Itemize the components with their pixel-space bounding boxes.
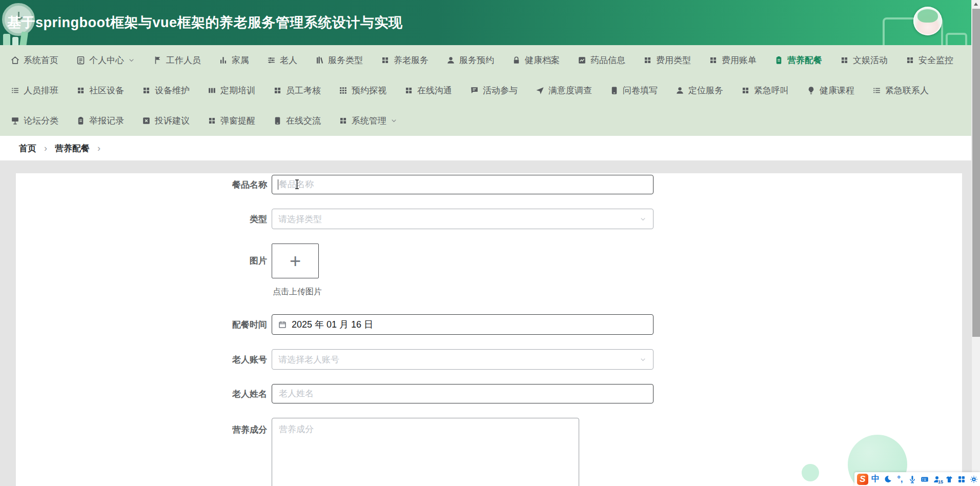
nav-item-定位服务[interactable]: 定位服务 xyxy=(675,85,723,96)
elder-name-control xyxy=(272,384,654,403)
nav-item-定期培训[interactable]: 定期培训 xyxy=(207,85,255,96)
image-upload-box[interactable]: + xyxy=(272,244,319,278)
list-icon xyxy=(872,86,882,95)
nav-item-家属[interactable]: 家属 xyxy=(218,54,249,66)
moon-icon[interactable] xyxy=(883,474,893,485)
breadcrumb-item: 营养配餐 xyxy=(55,143,90,154)
grid-icon xyxy=(141,86,151,95)
nav-item-label: 健康档案 xyxy=(525,54,560,66)
user-count-icon[interactable]: 15 xyxy=(932,474,942,485)
apps-icon[interactable] xyxy=(956,474,967,485)
nav-item-label: 员工考核 xyxy=(286,85,321,96)
nutrition-textarea[interactable] xyxy=(272,418,579,486)
keyboard-icon[interactable] xyxy=(920,474,930,485)
settings-icon[interactable] xyxy=(969,474,979,485)
nav-item-满意度调查[interactable]: 满意度调查 xyxy=(535,85,592,96)
scrollbar-thumb[interactable] xyxy=(972,9,980,337)
user-icon xyxy=(675,86,685,95)
nav-item-label: 养老服务 xyxy=(394,54,428,66)
nav-item-label: 满意度调查 xyxy=(548,85,592,96)
nav-item-label: 举报记录 xyxy=(89,115,124,127)
mic-icon[interactable] xyxy=(907,474,917,485)
nutrition-label: 营养成分 xyxy=(16,418,272,436)
nav-item-个人中心[interactable]: 个人中心 xyxy=(76,54,135,66)
nav-item-论坛分类[interactable]: 论坛分类 xyxy=(10,115,58,127)
books-icon xyxy=(315,55,324,65)
elder-account-select[interactable]: 请选择老人账号 xyxy=(272,349,654,370)
scrollbar-up-button[interactable] xyxy=(972,0,980,8)
nav-item-设备维护[interactable]: 设备维护 xyxy=(141,85,190,96)
nav-item-营养配餐[interactable]: 营养配餐 xyxy=(774,54,822,66)
nav-item-投诉建议[interactable]: 投诉建议 xyxy=(141,115,190,127)
nav-item-员工考核[interactable]: 员工考核 xyxy=(273,85,321,96)
apps-icon xyxy=(957,475,966,484)
nav-item-工作人员[interactable]: 工作人员 xyxy=(153,54,201,66)
breadcrumb-separator: › xyxy=(44,143,47,154)
fuzzy-tone-icon[interactable]: °, xyxy=(895,474,905,485)
form-row-meal-type: 类型请选择类型 xyxy=(16,209,962,229)
breadcrumb-item[interactable]: 首页 xyxy=(19,143,36,154)
meal-time-date-input[interactable]: 2025 年 01 月 16 日 xyxy=(272,314,654,335)
lang-indicator[interactable]: 中 xyxy=(870,474,881,485)
nav-item-服务类型[interactable]: 服务类型 xyxy=(315,54,363,66)
skin-icon[interactable] xyxy=(944,474,954,485)
books-illustration xyxy=(3,32,27,45)
elder-name-input[interactable] xyxy=(272,384,654,403)
nav-item-label: 系统管理 xyxy=(352,115,386,127)
chevron-down-icon xyxy=(390,117,398,125)
home-icon xyxy=(10,55,20,65)
nav-item-label: 营养配餐 xyxy=(787,54,822,66)
breadcrumb-separator: › xyxy=(97,143,100,154)
nav-item-系统管理[interactable]: 系统管理 xyxy=(338,115,398,127)
page-scrollbar[interactable] xyxy=(971,0,980,486)
nav-item-紧急呼叫[interactable]: 紧急呼叫 xyxy=(741,85,789,96)
user-avatar[interactable] xyxy=(913,7,942,35)
tablet-icon xyxy=(273,116,282,126)
nav-item-健康档案[interactable]: 健康档案 xyxy=(512,54,560,66)
nav-item-紧急联系人[interactable]: 紧急联系人 xyxy=(872,85,929,96)
nav-item-药品信息[interactable]: 药品信息 xyxy=(577,54,625,66)
nav-item-老人[interactable]: 老人 xyxy=(267,54,297,66)
nav-item-人员排班[interactable]: 人员排班 xyxy=(10,85,58,96)
grid-icon xyxy=(404,86,414,95)
nav-item-弹窗提醒[interactable]: 弹窗提醒 xyxy=(207,115,255,127)
nav-item-label: 投诉建议 xyxy=(155,115,190,127)
calendar-icon xyxy=(278,320,287,329)
meal-type-select[interactable]: 请选择类型 xyxy=(272,209,654,229)
app-window: 基于springboot框架与vue框架的养老服务管理系统设计与实现 系统首页个… xyxy=(0,0,971,486)
sliders-icon xyxy=(267,55,276,65)
nav-item-label: 定期培训 xyxy=(220,85,255,96)
meal-name-input[interactable] xyxy=(272,175,654,194)
nav-item-在线沟通[interactable]: 在线沟通 xyxy=(404,85,452,96)
meal-image-label: 图片 xyxy=(16,244,272,267)
nav-item-费用类型[interactable]: 费用类型 xyxy=(643,54,691,66)
grid-icon xyxy=(338,116,348,126)
sogou-logo[interactable]: S xyxy=(857,474,868,485)
meal-time-control: 2025 年 01 月 16 日 xyxy=(272,314,654,335)
moon-icon xyxy=(883,475,892,484)
nav-item-问卷填写[interactable]: 问卷填写 xyxy=(609,85,658,96)
nav-item-label: 紧急联系人 xyxy=(885,85,929,96)
nav-item-社区设备[interactable]: 社区设备 xyxy=(76,85,124,96)
user-icon xyxy=(446,55,456,65)
nav-item-系统首页[interactable]: 系统首页 xyxy=(10,54,58,66)
nav-item-预约探视[interactable]: 预约探视 xyxy=(338,85,386,96)
clipboard-icon xyxy=(76,116,86,126)
chevron-down-icon xyxy=(639,356,647,363)
nav-item-活动参与[interactable]: 活动参与 xyxy=(469,85,518,96)
nav-item-文娱活动[interactable]: 文娱活动 xyxy=(840,54,888,66)
nav-item-安全监控[interactable]: 安全监控 xyxy=(905,54,953,66)
nav-item-label: 健康课程 xyxy=(820,85,854,96)
forum-icon xyxy=(10,116,20,126)
meal-type-placeholder: 请选择类型 xyxy=(278,213,322,225)
nav-row-2: 人员排班社区设备设备维护定期培训员工考核预约探视在线沟通活动参与满意度调查问卷填… xyxy=(0,75,971,106)
meal-type-control: 请选择类型 xyxy=(272,209,654,229)
nav-item-在线交流[interactable]: 在线交流 xyxy=(273,115,321,127)
nav-item-举报记录[interactable]: 举报记录 xyxy=(76,115,124,127)
nav-item-养老服务[interactable]: 养老服务 xyxy=(380,54,428,66)
nav-item-费用账单[interactable]: 费用账单 xyxy=(708,54,757,66)
nav-item-label: 费用账单 xyxy=(722,54,757,66)
nav-item-健康课程[interactable]: 健康课程 xyxy=(806,85,854,96)
nav-item-服务预约[interactable]: 服务预约 xyxy=(446,54,494,66)
nav-item-label: 服务预约 xyxy=(459,54,494,66)
